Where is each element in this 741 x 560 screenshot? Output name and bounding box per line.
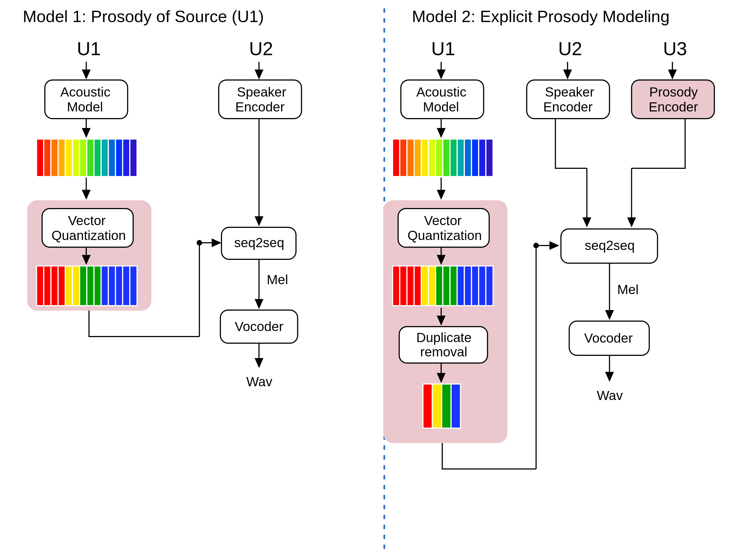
acoustic-model-label-right-l1: Acoustic [416,85,466,99]
svg-rect-43 [400,266,407,306]
vocoder-label-right: Vocoder [584,331,633,345]
svg-rect-33 [428,139,436,177]
u2-label-right: U2 [558,38,582,59]
title-left: Model 1: Prosody of Source (U1) [23,7,264,26]
svg-rect-34 [436,139,443,177]
prosody-encoder-label-l2: Encoder [649,99,698,114]
acoustic-model-label-left-l2: Model [67,99,103,114]
svg-rect-22 [94,266,101,306]
route-vq-to-seq2seq-right [443,443,536,469]
panel-model-1: U1 Acoustic Model Vector Quantization U2… [27,38,301,389]
svg-rect-37 [457,139,465,177]
svg-rect-12 [123,139,130,177]
dedup-bars [423,384,461,428]
svg-rect-41 [486,139,493,177]
svg-rect-30 [407,139,414,177]
u3-label: U3 [663,38,687,59]
svg-rect-16 [51,266,58,306]
svg-rect-25 [116,266,123,306]
svg-rect-1 [44,139,51,177]
route-spk-to-merge [555,119,587,168]
svg-rect-38 [465,139,472,177]
vq-label-right-l1: Vector [424,213,462,228]
svg-rect-55 [486,266,493,306]
mel-label-right: Mel [617,282,638,297]
svg-rect-29 [400,139,407,177]
svg-rect-23 [101,266,109,306]
svg-rect-59 [451,384,461,428]
acoustic-model-label-right-l2: Model [423,99,459,114]
speaker-encoder-label-right-l1: Speaker [545,85,595,99]
svg-rect-40 [479,139,486,177]
svg-rect-2 [51,139,58,177]
seq2seq-label-left: seq2seq [234,235,284,250]
svg-rect-54 [479,266,486,306]
prosody-encoder-label-l1: Prosody [649,85,698,99]
svg-rect-31 [414,139,421,177]
dup-removal-label-l2: removal [420,345,468,359]
svg-rect-19 [73,266,80,306]
acoustic-model-label-left-l1: Acoustic [60,85,111,99]
route-vq-to-seq2seq-left [89,310,200,337]
svg-rect-39 [472,139,479,177]
svg-rect-26 [123,266,130,306]
quantized-bars-left [37,266,137,306]
vq-label-left-l1: Vector [68,213,106,228]
svg-rect-20 [80,266,87,306]
svg-rect-35 [443,139,450,177]
svg-rect-4 [65,139,73,177]
svg-rect-17 [58,266,65,306]
seq2seq-label-right: seq2seq [585,238,635,253]
u1-label-left: U1 [77,38,101,59]
vocoder-label-left: Vocoder [235,319,283,334]
svg-rect-13 [130,139,137,177]
svg-rect-14 [37,266,44,306]
svg-rect-11 [116,139,123,177]
svg-rect-45 [414,266,421,306]
svg-rect-44 [407,266,414,306]
panel-model-2: U1 Acoustic Model Vector Quantization Du… [383,38,715,469]
speaker-encoder-label-right-l2: Encoder [543,99,593,114]
svg-rect-3 [58,139,65,177]
svg-rect-42 [393,266,400,306]
svg-rect-36 [450,139,457,177]
svg-rect-49 [443,266,450,306]
svg-rect-51 [457,266,465,306]
svg-rect-47 [428,266,436,306]
svg-rect-5 [73,139,80,177]
dup-removal-label-l1: Duplicate [416,330,472,345]
svg-rect-7 [87,139,94,177]
svg-rect-21 [87,266,94,306]
rainbow-spectrum-left [37,139,137,177]
vq-label-left-l2: Quantization [52,228,126,243]
svg-rect-50 [450,266,457,306]
wav-label-left: Wav [247,374,272,389]
vq-label-right-l2: Quantization [408,228,482,243]
svg-rect-10 [109,139,116,177]
quantized-bars-right [393,266,493,306]
svg-rect-32 [421,139,428,177]
svg-rect-18 [65,266,73,306]
svg-rect-6 [80,139,87,177]
u1-label-right: U1 [431,38,455,59]
svg-rect-9 [101,139,109,177]
speaker-encoder-label-left-l1: Speaker [237,85,286,99]
svg-rect-28 [393,139,400,177]
wav-label-right: Wav [597,388,623,403]
svg-rect-58 [442,384,451,428]
svg-rect-27 [130,266,137,306]
svg-rect-15 [44,266,51,306]
svg-rect-52 [465,266,472,306]
mel-label-left: Mel [267,272,288,287]
svg-rect-57 [432,384,442,428]
title-right: Model 2: Explicit Prosody Modeling [412,7,670,26]
u2-label-left: U2 [249,38,273,59]
svg-rect-56 [423,384,432,428]
svg-rect-24 [109,266,116,306]
speaker-encoder-label-left-l2: Encoder [235,99,285,114]
rainbow-spectrum-right [393,139,493,177]
route-prosody-to-merge [632,119,685,168]
svg-rect-48 [436,266,443,306]
svg-rect-0 [37,139,44,177]
svg-rect-53 [472,266,479,306]
